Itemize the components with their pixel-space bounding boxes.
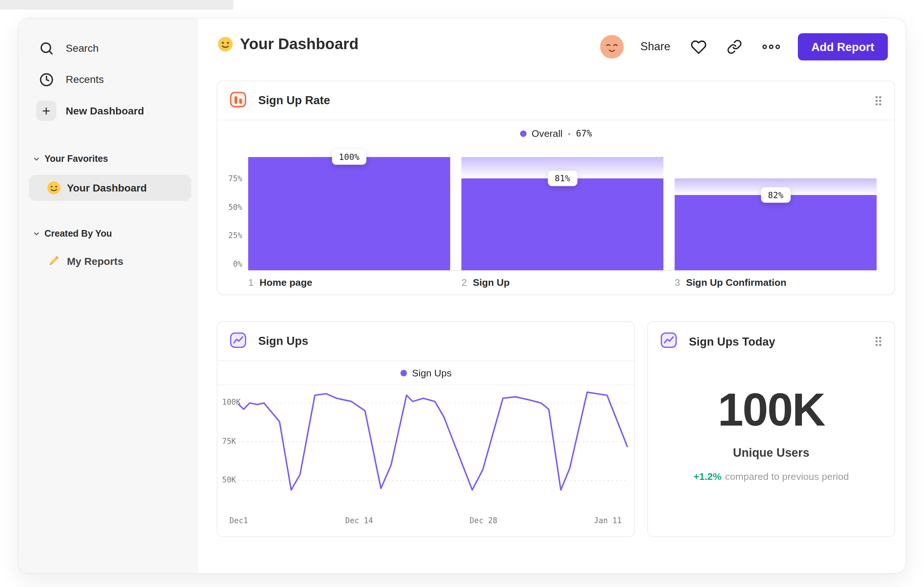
funnel-y-tick: 50% — [218, 203, 243, 214]
funnel-bar[interactable] — [248, 157, 450, 270]
sidebar-item-search[interactable]: Search — [18, 35, 197, 61]
funnel-bar[interactable] — [461, 179, 663, 270]
line-y-tick: 100K — [222, 398, 241, 408]
delta-value: +1.2% — [693, 471, 721, 482]
card-title: Sign Up Rate — [258, 94, 330, 107]
app-window: Search Recents + New Dashboard — [18, 18, 906, 574]
legend-label: Sign Ups — [412, 367, 452, 379]
search-icon — [36, 38, 56, 58]
funnel-y-tick: 75% — [218, 174, 243, 186]
sidebar-item-label: New Dashboard — [66, 104, 144, 117]
delta-description: compared to previous period — [725, 471, 849, 482]
add-report-button[interactable]: Add Report — [798, 33, 888, 60]
sidebar-item-label: Your Dashboard — [67, 182, 147, 194]
line-chart-svg — [218, 385, 634, 514]
line-x-axis: Dec1Dec 14Dec 28Jan 11 — [218, 516, 634, 532]
main-content: Your Dashboard Share — [198, 18, 906, 573]
legend-overall[interactable]: Overall • 67% — [218, 125, 894, 142]
step-index: 3 — [675, 277, 680, 288]
line-y-tick: 50K — [222, 475, 236, 486]
funnel-step: 82% — [675, 157, 877, 270]
line-x-tick: Dec1 — [229, 516, 248, 525]
sidebar-item-my-reports[interactable]: My Reports — [29, 248, 191, 274]
sidebar-item-label: Recents — [66, 73, 104, 86]
funnel-badge: 81% — [548, 171, 577, 186]
sign-up-rate-card: Sign Up Rate Overall • 67% 75 — [217, 81, 895, 295]
funnel-step: 81% — [461, 157, 663, 270]
card-title: Sign Ups Today — [689, 335, 776, 348]
section-label: Your Favorites — [45, 153, 108, 164]
more-options-icon[interactable] — [762, 42, 780, 52]
step-name: Sign Up — [473, 277, 510, 288]
smiley-icon — [218, 36, 234, 53]
legend-dot — [520, 130, 526, 137]
line-report-icon — [228, 330, 248, 352]
smiley-icon — [47, 181, 61, 195]
funnel-plot: 100% 81% 82% — [248, 157, 877, 271]
line-chart: 100K75K50K — [218, 385, 634, 514]
funnel-y-tick: 25% — [218, 231, 243, 243]
funnel-bar[interactable] — [675, 195, 877, 270]
step-index: 2 — [461, 277, 467, 288]
top-strip — [0, 0, 233, 10]
pencil-icon — [47, 254, 61, 269]
funnel-report-icon — [228, 89, 248, 112]
line-x-tick: Dec 28 — [470, 516, 498, 525]
share-button[interactable]: Share — [640, 40, 670, 54]
card-header: Sign Ups Today — [648, 322, 894, 361]
sign-ups-today-card: Sign Ups Today 100K Unique Users +1.2%co… — [648, 321, 895, 537]
funnel-badge: 82% — [761, 187, 790, 203]
legend-dot — [400, 369, 407, 376]
step-name: Home page — [260, 277, 312, 288]
line-x-tick: Jan 11 — [594, 516, 622, 525]
funnel-badge: 100% — [332, 149, 367, 165]
line-x-tick: Dec 14 — [345, 516, 373, 525]
favorite-heart-icon[interactable] — [690, 39, 706, 55]
drag-handle-icon[interactable] — [874, 335, 883, 347]
funnel-step: 100% — [248, 157, 450, 270]
step-name: Sign Up Confirmation — [686, 277, 787, 288]
chevron-down-icon — [33, 230, 40, 237]
clock-icon — [36, 69, 56, 89]
funnel-step-label: 3 Sign Up Confirmation — [675, 277, 877, 288]
line-report-icon — [658, 330, 679, 352]
sign-ups-line-series[interactable] — [239, 392, 627, 490]
sign-ups-card: Sign Ups Sign Ups 100K75K50K Dec1Dec 14D… — [217, 321, 635, 537]
legend-value: 67% — [576, 128, 592, 139]
legend-sign-ups[interactable]: Sign Ups — [218, 361, 634, 385]
card-header: Sign Ups — [218, 322, 634, 361]
avatar[interactable] — [600, 35, 624, 59]
page-title: Your Dashboard — [240, 35, 359, 53]
step-index: 1 — [248, 277, 254, 288]
funnel-step-labels: 1 Home page 2 Sign Up 3 Sign Up Confirma… — [248, 277, 877, 288]
metric-delta: +1.2%compared to previous period — [648, 471, 894, 483]
copy-link-icon[interactable] — [727, 39, 742, 55]
page: Search Recents + New Dashboard — [0, 0, 924, 587]
plus-icon: + — [36, 101, 56, 121]
header-actions: Share Add Report — [600, 33, 888, 60]
legend-separator: • — [568, 129, 571, 137]
sidebar-item-recents[interactable]: Recents — [18, 66, 197, 93]
funnel-y-axis: 75%50%25%0% — [218, 157, 243, 271]
metric-value: 100K — [648, 383, 894, 436]
section-label: Created By You — [45, 228, 112, 239]
created-section-header[interactable]: Created By You — [18, 225, 197, 242]
funnel-step-label: 1 Home page — [248, 277, 450, 288]
funnel-step-label: 2 Sign Up — [461, 277, 663, 288]
sidebar: Search Recents + New Dashboard — [18, 18, 198, 573]
chevron-down-icon — [33, 155, 40, 162]
sidebar-item-label: My Reports — [67, 255, 124, 268]
dashboard-header: Your Dashboard — [218, 35, 359, 53]
sidebar-item-label: Search — [66, 42, 99, 54]
line-y-tick: 75K — [222, 437, 236, 447]
drag-handle-icon[interactable] — [874, 95, 883, 106]
sidebar-item-your-dashboard[interactable]: Your Dashboard — [29, 175, 191, 201]
favorites-section-header[interactable]: Your Favorites — [18, 150, 197, 167]
funnel-y-tick: 0% — [218, 260, 243, 271]
card-header: Sign Up Rate — [218, 81, 894, 120]
card-title: Sign Ups — [258, 334, 309, 348]
legend-label: Overall — [532, 128, 563, 139]
metric-label: Unique Users — [648, 446, 894, 460]
sidebar-item-new-dashboard[interactable]: + New Dashboard — [18, 98, 197, 124]
